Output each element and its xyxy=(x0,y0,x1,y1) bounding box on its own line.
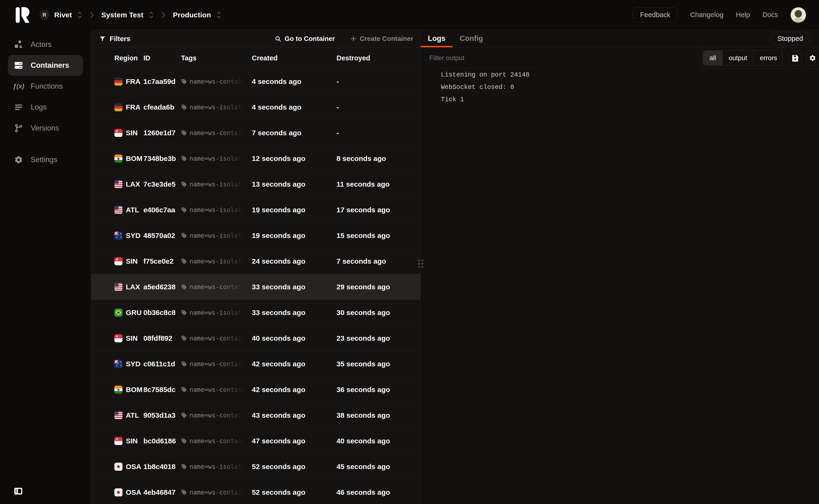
container-id: 1b8c4018 xyxy=(143,463,181,471)
breadcrumb-environment[interactable]: Production xyxy=(173,11,222,19)
tags-cell: name=ws-container xyxy=(181,386,252,393)
created-time: 13 seconds ago xyxy=(252,180,336,188)
breadcrumb-team[interactable]: R Rivet xyxy=(39,10,83,20)
destroyed-time: 11 seconds ago xyxy=(336,180,416,188)
chevrons-up-down-icon[interactable] xyxy=(216,11,222,19)
topbar: R Rivet System Test Production Feedback … xyxy=(0,0,819,30)
tag-value: name=ws-container xyxy=(190,489,247,496)
tag-value: name=ws-container xyxy=(190,129,247,136)
tag-icon xyxy=(181,335,187,341)
tag-icon xyxy=(181,310,187,316)
tag-value: name=ws-container xyxy=(190,437,247,445)
created-time: 42 seconds ago xyxy=(252,360,336,368)
go-to-container-button[interactable]: Go to Container xyxy=(275,35,335,43)
sidebar-item-containers[interactable]: Containers xyxy=(8,55,83,76)
sidebar-item-settings[interactable]: Settings xyxy=(8,149,83,170)
table-row[interactable]: SYD c0611c1d name=ws-container 42 second… xyxy=(91,351,420,377)
filter-all-button[interactable]: all xyxy=(703,51,722,65)
sidebar-item-logs[interactable]: Logs xyxy=(8,97,83,118)
table-row[interactable]: SIN 1260e1d7 name=ws-container 7 seconds… xyxy=(91,120,420,146)
table-row[interactable]: BOM 7348be3b name=ws-isolate 12 seconds … xyxy=(91,146,420,171)
tags-cell: name=ws-container xyxy=(181,129,252,136)
container-id: f75ce0e2 xyxy=(143,257,181,265)
changelog-link[interactable]: Changelog xyxy=(690,11,723,19)
container-id: c0611c1d xyxy=(143,360,181,368)
table-row[interactable]: SYD 48570a02 name=ws-isolate 19 seconds … xyxy=(91,223,420,248)
region-code: FRA xyxy=(126,103,141,111)
region-code: BOM xyxy=(126,386,142,394)
shapes-icon xyxy=(14,39,24,49)
sidebar: Actors Containers ƒ(x) Functions Logs Ve… xyxy=(0,30,91,504)
region-flag-icon xyxy=(114,257,122,265)
server-icon xyxy=(14,60,24,70)
save-logs-button[interactable] xyxy=(789,51,802,65)
table-row[interactable]: ATL 9053d1a3 name=ws-container 43 second… xyxy=(91,402,420,428)
filter-output-input[interactable] xyxy=(429,54,696,62)
table-row[interactable]: SIN f75ce0e2 name=ws-isolate 24 seconds … xyxy=(91,248,420,274)
tag-value: name=ws-container xyxy=(190,360,247,368)
sidebar-item-label: Actors xyxy=(31,40,52,49)
filter-errors-button[interactable]: errors xyxy=(753,51,782,65)
tab-logs[interactable]: Logs xyxy=(421,30,453,47)
tag-icon xyxy=(181,387,187,393)
chevrons-up-down-icon[interactable] xyxy=(77,11,83,19)
table-row[interactable]: FRA 1c7aa59d name=ws-container 4 seconds… xyxy=(91,69,420,94)
filter-output-button[interactable]: output xyxy=(722,51,753,65)
breadcrumb-project[interactable]: System Test xyxy=(101,11,154,19)
table-row[interactable]: OSA 1b8c4018 name=ws-isolate 52 seconds … xyxy=(91,454,420,480)
region-cell: ATL xyxy=(114,206,143,214)
column-header-id: ID xyxy=(143,54,181,62)
sidebar-item-actors[interactable]: Actors xyxy=(8,34,83,55)
sidebar-item-versions[interactable]: Versions xyxy=(8,118,83,139)
table-row[interactable]: SIN 08fdf892 name=ws-container 40 second… xyxy=(91,325,420,351)
tags-cell: name=ws-isolate xyxy=(181,309,252,316)
region-cell: SYD xyxy=(114,360,143,368)
table-row[interactable]: BOM 8c7585dc name=ws-container 42 second… xyxy=(91,377,420,402)
tags-cell: name=ws-isolate xyxy=(181,206,252,213)
create-container-label: Create Container xyxy=(360,35,413,43)
table-row[interactable]: OSA 4eb46847 name=ws-container 52 second… xyxy=(91,480,420,504)
log-settings-button[interactable] xyxy=(806,51,819,65)
table-row[interactable]: LAX a5ed6238 name=ws-container 33 second… xyxy=(91,274,420,300)
region-code: ATL xyxy=(126,411,139,419)
region-code: SIN xyxy=(126,437,138,445)
lines-icon xyxy=(14,102,24,112)
table-row[interactable]: FRA cfeada6b name=ws-isolate 4 seconds a… xyxy=(91,94,420,120)
region-code: LAX xyxy=(126,283,140,291)
tag-icon xyxy=(181,412,187,418)
created-time: 19 seconds ago xyxy=(252,206,336,214)
created-time: 4 seconds ago xyxy=(252,103,336,111)
table-row[interactable]: GRU 0b36c8c8 name=ws-isolate 33 seconds … xyxy=(91,300,420,325)
topbar-links: Feedback Changelog Help Docs xyxy=(633,7,806,23)
docs-link[interactable]: Docs xyxy=(762,11,778,19)
region-code: SIN xyxy=(126,257,138,265)
filters-button[interactable]: Filters xyxy=(99,35,130,43)
column-header-destroyed: Destroyed xyxy=(336,54,416,62)
collapse-sidebar-icon[interactable] xyxy=(13,486,23,496)
container-id: 48570a02 xyxy=(143,232,181,240)
region-cell: BOM xyxy=(114,155,143,163)
created-time: 47 seconds ago xyxy=(252,437,336,445)
feedback-button[interactable]: Feedback xyxy=(633,7,678,22)
table-row[interactable]: LAX 7c3e3de5 name=ws-isolate 13 seconds … xyxy=(91,171,420,197)
tag-icon xyxy=(181,284,187,290)
tags-cell: name=ws-container xyxy=(181,437,252,445)
tag-value: name=ws-container xyxy=(190,78,247,85)
tag-value: name=ws-isolate xyxy=(190,155,247,162)
region-cell: LAX xyxy=(114,180,143,188)
create-container-button[interactable]: Create Container xyxy=(350,35,413,43)
tab-config[interactable]: Config xyxy=(453,30,490,47)
help-link[interactable]: Help xyxy=(736,11,750,19)
user-avatar[interactable] xyxy=(790,7,806,23)
rivet-logo[interactable] xyxy=(16,7,29,23)
table-row[interactable]: SIN bc0d6186 name=ws-container 47 second… xyxy=(91,428,420,454)
chevrons-up-down-icon[interactable] xyxy=(148,11,154,19)
sidebar-item-label: Logs xyxy=(31,103,47,111)
table-row[interactable]: ATL e406c7aa name=ws-isolate 19 seconds … xyxy=(91,197,420,223)
destroyed-time: 23 seconds ago xyxy=(336,334,416,342)
chevron-right-icon xyxy=(89,11,95,19)
resize-handle[interactable] xyxy=(418,259,423,268)
region-flag-icon xyxy=(114,129,122,137)
table-header: Region ID Tags Created Destroyed xyxy=(91,48,420,69)
sidebar-item-functions[interactable]: ƒ(x) Functions xyxy=(8,76,83,97)
